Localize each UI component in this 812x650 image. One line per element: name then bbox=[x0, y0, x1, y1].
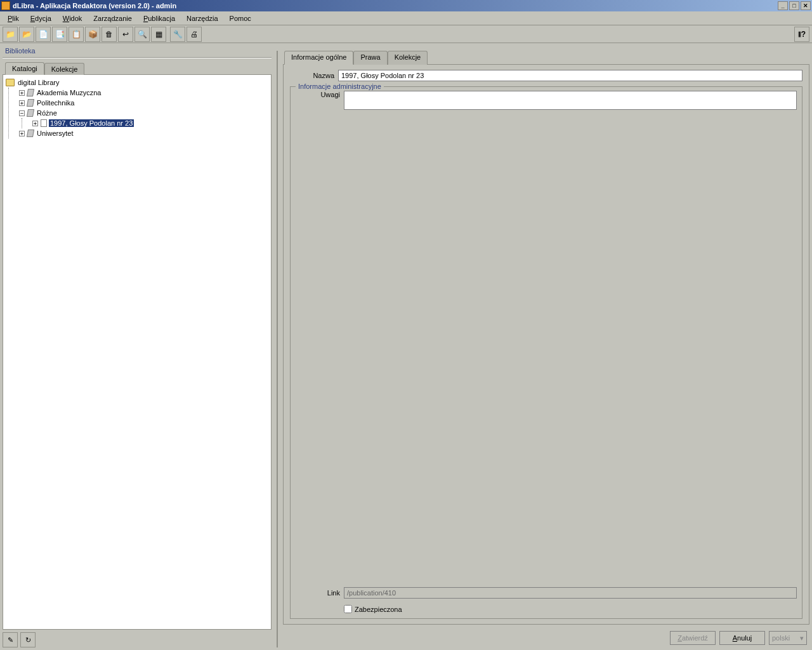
language-select[interactable]: polski ▾ bbox=[769, 631, 807, 645]
tree-item-selected[interactable]: 1997, Głosy Podolan nr 23 bbox=[49, 119, 134, 127]
toolbar: 📁 📂 📄 📑 📋 📦 🗑 ↩ 🔍 ▦ 🔧 🖨 ⦀? bbox=[0, 25, 812, 43]
toolbar-btn-3[interactable]: 📄 bbox=[36, 27, 51, 42]
pencil-button[interactable]: ✎ bbox=[3, 632, 18, 647]
tab-informacje-ogolne[interactable]: Informacje ogólne bbox=[284, 51, 353, 65]
toolbar-help[interactable]: ⦀? bbox=[794, 27, 809, 42]
menubar: Plik Edycja Widok Zarządzanie Publikacja… bbox=[0, 11, 812, 25]
minimize-button[interactable]: _ bbox=[778, 1, 788, 10]
menu-zarzadzanie[interactable]: Zarządzanie bbox=[88, 13, 137, 23]
toolbar-btn-5[interactable]: 📋 bbox=[69, 27, 84, 42]
tab-katalogi[interactable]: Katalogi bbox=[5, 62, 44, 75]
book-icon bbox=[27, 99, 34, 107]
collapse-icon[interactable]: − bbox=[19, 110, 25, 116]
left-tab-strip: Katalogi Kolekcje bbox=[3, 61, 272, 75]
toolbar-print[interactable]: 🖨 bbox=[187, 27, 202, 42]
secured-checkbox[interactable] bbox=[344, 605, 352, 613]
menu-widok[interactable]: Widok bbox=[58, 13, 88, 23]
menu-plik[interactable]: Plik bbox=[3, 13, 24, 23]
left-panel: Biblioteka Katalogi Kolekcje digital Lib… bbox=[3, 46, 272, 647]
toolbar-delete[interactable]: 🗑 bbox=[102, 27, 117, 42]
language-value: polski bbox=[772, 634, 790, 642]
right-panel: Informacje ogólne Prawa Kolekcje Nazwa I… bbox=[277, 51, 809, 647]
tab-kolekcje-right[interactable]: Kolekcje bbox=[388, 51, 428, 65]
book-icon bbox=[27, 109, 34, 117]
link-input bbox=[344, 587, 797, 599]
secured-label: Zabezpieczona bbox=[355, 606, 402, 613]
refresh-button[interactable]: ↻ bbox=[20, 632, 36, 647]
tree-view[interactable]: digital Library + Akademia Muzyczna + Po… bbox=[3, 74, 272, 630]
app-icon bbox=[1, 1, 10, 10]
confirm-button: Zatwierdź bbox=[670, 631, 716, 645]
expand-icon[interactable]: + bbox=[32, 121, 38, 126]
cancel-button[interactable]: Anuluj bbox=[719, 631, 765, 645]
folder-icon bbox=[6, 79, 15, 86]
chevron-down-icon: ▾ bbox=[800, 634, 804, 642]
expand-icon[interactable]: + bbox=[19, 90, 25, 96]
book-icon bbox=[27, 129, 34, 137]
name-input[interactable] bbox=[338, 70, 802, 81]
tree-item[interactable]: Różne bbox=[36, 109, 58, 117]
tree-item[interactable]: Uniwersytet bbox=[36, 129, 74, 137]
titlebar: dLibra - Aplikacja Redaktora (version 2.… bbox=[0, 0, 812, 11]
book-icon bbox=[27, 89, 34, 96]
tree-root[interactable]: digital Library bbox=[16, 79, 60, 86]
window-title: dLibra - Aplikacja Redaktora (version 2.… bbox=[13, 2, 176, 10]
toolbar-btn-11[interactable]: 🔧 bbox=[170, 27, 185, 42]
toolbar-btn-8[interactable]: ↩ bbox=[118, 27, 133, 42]
toolbar-btn-6[interactable]: 📦 bbox=[85, 27, 100, 42]
expand-icon[interactable]: + bbox=[19, 100, 25, 106]
notes-label: Uwagi bbox=[296, 91, 340, 98]
toolbar-search[interactable]: 🔍 bbox=[134, 27, 150, 42]
panel-title: Biblioteka bbox=[3, 46, 272, 56]
left-bottom-buttons: ✎ ↻ bbox=[3, 630, 272, 647]
toolbar-btn-2[interactable]: 📂 bbox=[19, 27, 34, 42]
right-content: Nazwa Informacje administracyjne Uwagi L… bbox=[283, 64, 809, 625]
expand-icon[interactable]: + bbox=[19, 131, 25, 136]
main-area: Biblioteka Katalogi Kolekcje digital Lib… bbox=[0, 43, 812, 650]
maximize-button[interactable]: □ bbox=[789, 1, 799, 10]
menu-pomoc[interactable]: Pomoc bbox=[225, 13, 256, 23]
tree-item[interactable]: Akademia Muzyczna bbox=[36, 89, 103, 96]
notes-textarea[interactable] bbox=[344, 91, 797, 110]
toolbar-btn-4[interactable]: 📑 bbox=[52, 27, 67, 42]
close-button[interactable]: ✕ bbox=[801, 1, 811, 10]
right-tab-strip: Informacje ogólne Prawa Kolekcje bbox=[283, 51, 809, 65]
menu-publikacja[interactable]: Publikacja bbox=[138, 13, 180, 23]
menu-edycja[interactable]: Edycja bbox=[25, 13, 56, 23]
toolbar-btn-10[interactable]: ▦ bbox=[151, 27, 166, 42]
tab-prawa[interactable]: Prawa bbox=[353, 51, 387, 65]
admin-fieldset: Informacje administracyjne Uwagi Link Za… bbox=[290, 86, 802, 619]
name-label: Nazwa bbox=[290, 72, 334, 79]
menu-narzedzia[interactable]: Narzędzia bbox=[181, 13, 223, 23]
toolbar-btn-1[interactable]: 📁 bbox=[3, 27, 18, 42]
tree-item[interactable]: Politechnika bbox=[36, 99, 75, 107]
admin-legend: Informacje administracyjne bbox=[296, 83, 384, 90]
tab-kolekcje[interactable]: Kolekcje bbox=[44, 63, 85, 75]
footer-buttons: Zatwierdź Anuluj polski ▾ bbox=[283, 625, 809, 647]
document-icon bbox=[41, 119, 47, 127]
link-label: Link bbox=[296, 589, 340, 597]
